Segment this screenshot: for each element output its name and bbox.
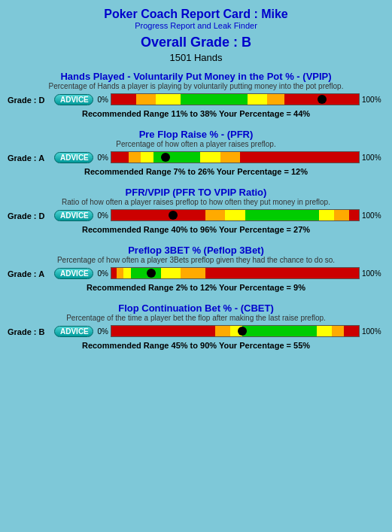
- grade-label-pfr_vpip: Grade : D: [8, 211, 53, 220]
- grade-label-vpip: Grade : D: [8, 96, 53, 105]
- report-title: Poker Coach Report Card : Mike: [8, 8, 384, 21]
- bar-label-100pct-pfr: 100%: [362, 154, 384, 162]
- section-vpip: Hands Played - Voluntarily Put Money in …: [8, 71, 384, 118]
- grade-label-3bet: Grade : A: [8, 269, 53, 278]
- progress-bar-cbet: [111, 325, 360, 337]
- bar-segment-4-pfr: [200, 152, 220, 163]
- rec-range-pfr: Recommended Range 7% to 26% Your Percent…: [8, 167, 384, 176]
- bar-dot-pfr_vpip: [169, 211, 178, 220]
- bar-segment-1-pfr: [129, 152, 141, 163]
- bar-segment-6-3bet: [205, 268, 359, 278]
- grade-bar-row-cbet: Grade : BADVICE0%100%: [8, 325, 384, 339]
- bar-container-pfr: 0%100%: [96, 151, 384, 163]
- bar-label-100pct-3bet: 100%: [362, 269, 384, 278]
- bar-segment-5-vpip: [267, 94, 284, 105]
- sections-container: Hands Played - Voluntarily Put Money in …: [8, 71, 384, 350]
- section-title-pfr: Pre Flop Raise % - (PFR): [8, 129, 384, 140]
- progress-bar-vpip: [111, 93, 360, 105]
- bar-segment-2-pfr: [141, 152, 153, 163]
- bar-container-pfr_vpip: 0%100%: [96, 209, 384, 221]
- bar-segment-1-vpip: [136, 94, 156, 105]
- section-title-vpip: Hands Played - Voluntarily Put Money in …: [8, 71, 384, 82]
- bar-segment-6-pfr_vpip: [349, 210, 359, 220]
- advice-button-cbet[interactable]: ADVICE: [54, 326, 93, 337]
- section-desc-pfr: Percentage of how often a player raises …: [8, 140, 384, 148]
- bar-label-100pct-pfr_vpip: 100%: [362, 211, 384, 220]
- bar-segment-5-cbet: [332, 326, 344, 336]
- bar-segment-4-pfr_vpip: [319, 210, 334, 220]
- grade-label-pfr: Grade : A: [8, 154, 53, 163]
- grade-bar-row-pfr_vpip: Grade : DADVICE0%100%: [8, 209, 384, 223]
- report-subtitle: Progress Report and Leak Finder: [8, 21, 384, 30]
- bar-segment-3-pfr: [153, 152, 201, 163]
- progress-bar-pfr: [111, 151, 360, 163]
- bar-segment-0-pfr: [111, 152, 129, 163]
- section-cbet: Flop Continuation Bet % - (CBET)Percenta…: [8, 302, 384, 350]
- bar-container-3bet: 0%100%: [96, 267, 384, 279]
- bar-container-vpip: 0%100%: [96, 93, 384, 105]
- header: Poker Coach Report Card : Mike Progress …: [8, 8, 384, 63]
- bar-segment-3-cbet: [242, 326, 317, 336]
- bar-segment-4-cbet: [317, 326, 332, 336]
- bar-segment-0-pfr_vpip: [111, 210, 205, 220]
- bar-label-100pct-vpip: 100%: [362, 96, 384, 104]
- bar-dot-vpip: [318, 95, 327, 104]
- bar-dot-3bet: [147, 269, 156, 278]
- bar-segment-3-vpip: [181, 94, 248, 105]
- bar-dot-pfr: [161, 153, 170, 162]
- bar-segment-5-3bet: [181, 268, 205, 278]
- bar-segment-0-3bet: [111, 268, 117, 278]
- section-desc-pfr_vpip: Ratio of how often a player raises prefl…: [8, 198, 384, 206]
- bar-label-0pct-cbet: 0%: [96, 327, 108, 336]
- advice-button-vpip[interactable]: ADVICE: [54, 94, 93, 105]
- grade-bar-row-vpip: Grade : DADVICE0%100%: [8, 93, 384, 107]
- rec-range-vpip: Recommended Range 11% to 38% Your Percen…: [8, 109, 384, 118]
- advice-button-pfr_vpip[interactable]: ADVICE: [54, 210, 93, 221]
- progress-bar-3bet: [111, 267, 360, 279]
- rec-range-pfr_vpip: Recommended Range 40% to 96% Your Percen…: [8, 225, 384, 234]
- bar-segment-3-pfr_vpip: [245, 210, 320, 220]
- section-desc-3bet: Percentage of how often a player 3Bets p…: [8, 256, 384, 264]
- bar-segment-0-cbet: [111, 326, 215, 336]
- bar-container-cbet: 0%100%: [96, 325, 384, 337]
- bar-dot-cbet: [238, 327, 247, 336]
- grade-bar-row-pfr: Grade : AADVICE0%100%: [8, 151, 384, 165]
- bar-segment-2-pfr_vpip: [225, 210, 245, 220]
- bar-segment-1-3bet: [117, 268, 124, 278]
- bar-segment-6-pfr: [240, 152, 359, 163]
- section-pfr_vpip: PFR/VPIP (PFR TO VPIP Ratio)Ratio of how…: [8, 187, 384, 234]
- section-title-3bet: Preflop 3BET % (Peflop 3Bet): [8, 245, 384, 256]
- rec-range-3bet: Recommended Range 2% to 12% Your Percent…: [8, 283, 384, 292]
- hands-count: 1501 Hands: [8, 52, 384, 63]
- bar-label-0pct-vpip: 0%: [96, 96, 108, 104]
- section-3bet: Preflop 3BET % (Peflop 3Bet)Percentage o…: [8, 245, 384, 292]
- section-title-cbet: Flop Continuation Bet % - (CBET): [8, 302, 384, 314]
- progress-bar-pfr_vpip: [111, 209, 360, 221]
- bar-label-0pct-pfr: 0%: [96, 154, 108, 162]
- advice-button-3bet[interactable]: ADVICE: [54, 268, 93, 279]
- bar-segment-1-cbet: [215, 326, 230, 336]
- bar-label-0pct-3bet: 0%: [96, 269, 108, 278]
- bar-segment-4-vpip: [248, 94, 267, 105]
- bar-segment-5-pfr: [220, 152, 240, 163]
- advice-button-pfr[interactable]: ADVICE: [54, 152, 93, 163]
- bar-segment-2-3bet: [123, 268, 131, 278]
- rec-range-cbet: Recommended Range 45% to 90% Your Percen…: [8, 341, 384, 350]
- section-desc-vpip: Percentage of Hands a player is playing …: [8, 82, 384, 90]
- grade-bar-row-3bet: Grade : AADVICE0%100%: [8, 267, 384, 281]
- bar-label-0pct-pfr_vpip: 0%: [96, 211, 108, 220]
- section-title-pfr_vpip: PFR/VPIP (PFR TO VPIP Ratio): [8, 187, 384, 198]
- grade-label-cbet: Grade : B: [8, 327, 53, 336]
- bar-segment-4-3bet: [161, 268, 181, 278]
- section-pfr: Pre Flop Raise % - (PFR)Percentage of ho…: [8, 129, 384, 176]
- overall-grade: Overall Grade : B: [8, 35, 384, 50]
- bar-segment-6-cbet: [344, 326, 359, 336]
- bar-label-100pct-cbet: 100%: [362, 327, 384, 336]
- bar-segment-1-pfr_vpip: [205, 210, 225, 220]
- section-desc-cbet: Percentage of the time a player bet the …: [8, 314, 384, 322]
- bar-segment-5-pfr_vpip: [334, 210, 349, 220]
- bar-segment-0-vpip: [111, 94, 136, 105]
- bar-segment-2-vpip: [156, 94, 181, 105]
